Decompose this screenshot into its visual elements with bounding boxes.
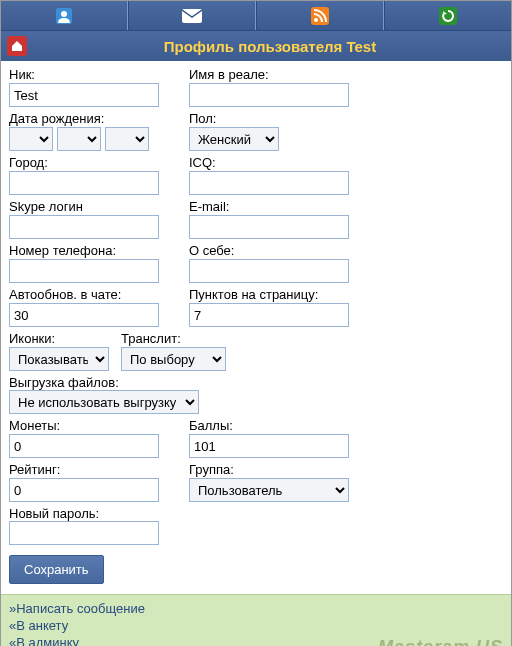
realname-label: Имя в реале: — [189, 67, 349, 82]
nav-refresh[interactable] — [384, 1, 511, 30]
mail-icon — [182, 9, 202, 23]
icq-input[interactable] — [189, 171, 349, 195]
nick-input[interactable] — [9, 83, 159, 107]
svg-point-4 — [314, 18, 318, 22]
svg-rect-2 — [182, 9, 202, 23]
icq-label: ICQ: — [189, 155, 349, 170]
realname-input[interactable] — [189, 83, 349, 107]
top-nav — [1, 1, 511, 31]
home-button[interactable] — [7, 36, 27, 56]
gender-select[interactable]: Женский — [189, 127, 279, 151]
icons-label: Иконки: — [9, 331, 109, 346]
icons-select[interactable]: Показывать — [9, 347, 109, 371]
footer-links: »Написать сообщение «В анкету «В админку… — [1, 594, 511, 646]
about-label: О себе: — [189, 243, 349, 258]
save-button[interactable]: Сохранить — [9, 555, 104, 584]
email-input[interactable] — [189, 215, 349, 239]
dob-month-select[interactable] — [57, 127, 101, 151]
nav-mail[interactable] — [128, 1, 256, 30]
rating-label: Рейтинг: — [9, 462, 159, 477]
perpage-label: Пунктов на страницу: — [189, 287, 349, 302]
group-label: Группа: — [189, 462, 349, 477]
rating-input[interactable] — [9, 478, 159, 502]
upload-label: Выгрузка файлов: — [9, 375, 119, 390]
svg-rect-5 — [439, 7, 457, 25]
page-header: Профиль пользователя Test — [1, 31, 511, 61]
autorefresh-input[interactable] — [9, 303, 159, 327]
translit-label: Транслит: — [121, 331, 231, 346]
person-icon — [55, 7, 73, 25]
autorefresh-label: Автообнов. в чате: — [9, 287, 159, 302]
nav-profile[interactable] — [1, 1, 128, 30]
skype-label: Skype логин — [9, 199, 159, 214]
dob-label: Дата рождения: — [9, 111, 159, 126]
link-write-message[interactable]: Написать сообщение — [16, 601, 145, 616]
refresh-icon — [439, 7, 457, 25]
dob-year-select[interactable] — [105, 127, 149, 151]
svg-point-1 — [61, 11, 67, 17]
page-title: Профиль пользователя Test — [35, 38, 505, 55]
city-input[interactable] — [9, 171, 159, 195]
newpassword-label: Новый пароль: — [9, 506, 99, 521]
about-input[interactable] — [189, 259, 349, 283]
newpassword-input[interactable] — [9, 521, 159, 545]
link-to-admin[interactable]: В админку — [16, 635, 79, 646]
dob-day-select[interactable] — [9, 127, 53, 151]
link-to-profile[interactable]: В анкету — [16, 618, 68, 633]
profile-form: Ник: Имя в реале: Дата рождения: Пол: Же… — [1, 61, 511, 594]
points-label: Баллы: — [189, 418, 349, 433]
nav-rss[interactable] — [256, 1, 384, 30]
group-select[interactable]: Пользователь — [189, 478, 349, 502]
rss-icon — [311, 7, 329, 25]
home-icon — [10, 39, 24, 53]
email-label: E-mail: — [189, 199, 349, 214]
upload-select[interactable]: Не использовать выгрузку — [9, 390, 199, 414]
coins-label: Монеты: — [9, 418, 159, 433]
nick-label: Ник: — [9, 67, 159, 82]
points-input[interactable] — [189, 434, 349, 458]
gender-label: Пол: — [189, 111, 349, 126]
perpage-input[interactable] — [189, 303, 349, 327]
skype-input[interactable] — [9, 215, 159, 239]
coins-input[interactable] — [9, 434, 159, 458]
phone-input[interactable] — [9, 259, 159, 283]
city-label: Город: — [9, 155, 159, 170]
translit-select[interactable]: По выбору — [121, 347, 226, 371]
phone-label: Номер телефона: — [9, 243, 159, 258]
